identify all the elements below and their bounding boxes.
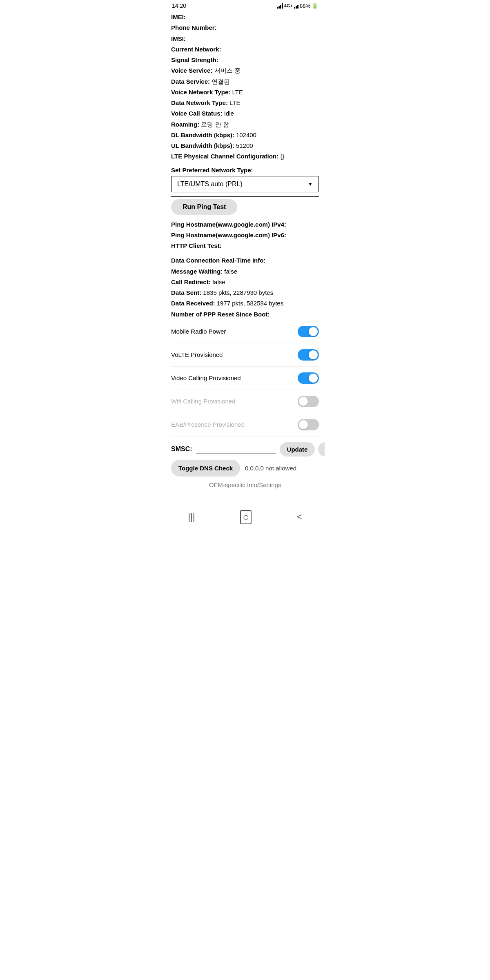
lte-channel-value: {} [280, 153, 284, 160]
imei-row: IMEI: [171, 12, 319, 22]
dropdown-arrow-icon: ▼ [308, 181, 313, 187]
dl-bandwidth-label: DL Bandwidth (kbps): [171, 131, 236, 138]
dl-bandwidth-value: 102400 [236, 131, 256, 138]
network-type-icon: 4G+ [284, 3, 293, 8]
voice-call-status-label: Voice Call Status: [171, 110, 224, 117]
data-conn-label: Data Connection Real-Time Info: [171, 257, 265, 264]
wifi-calling-toggle[interactable] [298, 396, 319, 407]
ping-ipv4-row: Ping Hostname(www.google.com) IPv4: [171, 220, 319, 229]
mobile-radio-power-toggle[interactable] [298, 326, 319, 337]
eab-presence-knob [299, 420, 308, 429]
video-calling-row: Video Calling Provisioned [171, 367, 319, 390]
info-fields: IMEI: Phone Number: IMSI: Current Networ… [171, 12, 319, 161]
eab-presence-toggle[interactable] [298, 419, 319, 430]
nav-home-icon[interactable]: ○ [240, 510, 252, 524]
roaming-value: 로밍 안 함 [201, 121, 229, 128]
data-received-row: Data Received: 1977 pkts, 582584 bytes [171, 298, 319, 308]
volte-provisioned-toggle[interactable] [298, 349, 319, 361]
ping-ipv6-label: Ping Hostname(www.google.com) IPv6: [171, 232, 286, 238]
time: 14:20 [172, 2, 186, 9]
roaming-label: Roaming: [171, 121, 201, 128]
phone-number-row: Phone Number: [171, 23, 319, 32]
nav-bar: ||| ○ < [165, 504, 325, 528]
call-redirect-label: Call Redirect: [171, 278, 212, 285]
smsc-label: SMSC: [171, 445, 192, 453]
network-type-dropdown[interactable]: LTE/UMTS auto (PRL) ▼ [171, 176, 319, 192]
voice-call-status-value: Idle [224, 110, 234, 117]
wifi-calling-knob [299, 397, 308, 406]
video-calling-label: Video Calling Provisioned [171, 374, 241, 381]
oem-link[interactable]: OEM-specific Info/Settings [171, 481, 319, 488]
voice-network-type-label: Voice Network Type: [171, 89, 232, 96]
nav-menu-icon[interactable]: ||| [188, 512, 195, 522]
volte-provisioned-label: VoLTE Provisioned [171, 351, 223, 358]
smsc-input[interactable] [196, 445, 276, 454]
message-waiting-label: Message Waiting: [171, 268, 224, 275]
data-sent-label: Data Sent: [171, 289, 203, 296]
network-type-selected: LTE/UMTS auto (PRL) [177, 180, 243, 188]
signal-strength-row: Signal Strength: [171, 55, 319, 65]
http-client-label: HTTP Client Test: [171, 242, 222, 249]
data-received-value: 1977 pkts, 582584 bytes [217, 300, 283, 307]
data-service-row: Data Service: 연결됨 [171, 77, 319, 86]
battery-percent: 88% [300, 3, 310, 9]
imei-label: IMEI: [171, 13, 186, 20]
data-service-label: Data Service: [171, 78, 212, 85]
dl-bandwidth-row: DL Bandwidth (kbps): 102400 [171, 130, 319, 140]
set-network-label: Set Preferred Network Type: [171, 167, 319, 174]
data-sent-value: 1835 pkts, 2287930 bytes [203, 289, 273, 296]
current-network-label: Current Network: [171, 46, 221, 53]
imsi-label: IMSI: [171, 35, 186, 42]
eab-presence-label: EAB/Presence Provisioned [171, 421, 245, 428]
main-content: IMEI: Phone Number: IMSI: Current Networ… [165, 11, 325, 500]
current-network-row: Current Network: [171, 45, 319, 54]
nav-back-icon[interactable]: < [297, 512, 302, 522]
voice-service-row: Voice Service: 서비스 중 [171, 66, 319, 75]
imsi-row: IMSI: [171, 34, 319, 43]
smsc-refresh-button[interactable]: Refresh [318, 442, 325, 457]
voice-service-label: Voice Service: [171, 67, 214, 74]
dns-note: 0.0.0.0 not allowed [245, 465, 296, 472]
toggle-dns-button[interactable]: Toggle DNS Check [171, 460, 240, 477]
status-bar: 14:20 4G+ 88% 🔋 [165, 0, 325, 11]
voice-network-type-value: LTE [232, 89, 243, 96]
ppp-reset-row: Number of PPP Reset Since Boot: [171, 310, 319, 319]
wifi-calling-label: Wifi Calling Provisioned [171, 398, 236, 405]
ul-bandwidth-value: 51200 [236, 142, 253, 149]
http-client-row: HTTP Client Test: [171, 241, 319, 250]
data-conn-label-row: Data Connection Real-Time Info: [171, 256, 319, 265]
ppp-reset-label: Number of PPP Reset Since Boot: [171, 311, 270, 318]
run-ping-button[interactable]: Run Ping Test [171, 199, 237, 215]
data-service-value: 연결됨 [212, 78, 230, 85]
lte-channel-label: LTE Physical Channel Configuration: [171, 153, 280, 160]
signal-icon-2 [294, 3, 298, 9]
message-waiting-value: false [224, 268, 237, 275]
data-sent-row: Data Sent: 1835 pkts, 2287930 bytes [171, 288, 319, 297]
video-calling-toggle[interactable] [298, 372, 319, 384]
toggle-dns-row: Toggle DNS Check 0.0.0.0 not allowed [171, 460, 319, 477]
volte-provisioned-knob [309, 350, 318, 359]
ping-ipv6-row: Ping Hostname(www.google.com) IPv6: [171, 230, 319, 240]
phone-number-label: Phone Number: [171, 24, 217, 31]
voice-call-status-row: Voice Call Status: Idle [171, 109, 319, 118]
wifi-calling-row: Wifi Calling Provisioned [171, 390, 319, 413]
message-waiting-row: Message Waiting: false [171, 267, 319, 276]
divider-2 [171, 196, 319, 197]
data-network-type-label: Data Network Type: [171, 99, 229, 106]
ul-bandwidth-row: UL Bandwidth (kbps): 51200 [171, 141, 319, 150]
volte-provisioned-row: VoLTE Provisioned [171, 343, 319, 367]
video-calling-knob [309, 374, 318, 383]
smsc-update-button[interactable]: Update [280, 442, 315, 457]
mobile-radio-power-knob [309, 327, 318, 336]
mobile-radio-power-label: Mobile Radio Power [171, 328, 226, 335]
divider-1 [171, 164, 319, 164]
ping-ipv4-label: Ping Hostname(www.google.com) IPv4: [171, 221, 286, 228]
status-icons: 4G+ 88% 🔋 [277, 3, 318, 9]
lte-channel-row: LTE Physical Channel Configuration: {} [171, 151, 319, 161]
voice-network-type-row: Voice Network Type: LTE [171, 87, 319, 97]
signal-icon [277, 3, 283, 9]
data-network-type-value: LTE [229, 99, 240, 106]
smsc-row: SMSC: Update Refresh [171, 442, 319, 457]
mobile-radio-power-row: Mobile Radio Power [171, 320, 319, 343]
eab-presence-row: EAB/Presence Provisioned [171, 413, 319, 437]
